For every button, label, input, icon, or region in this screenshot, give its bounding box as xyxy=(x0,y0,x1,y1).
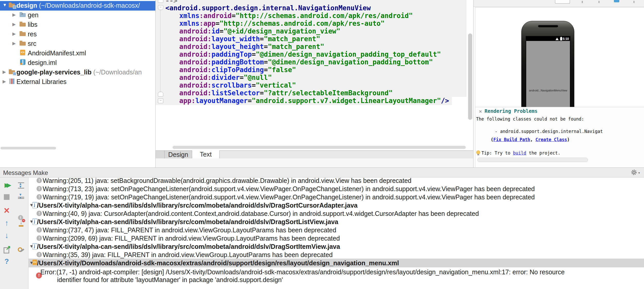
create-class-link[interactable]: Create Class xyxy=(535,137,567,142)
preview-config-dropdown[interactable] xyxy=(555,0,570,4)
phone-body: 5:10 android...NavigationMenuView xyxy=(521,21,574,114)
close-icon[interactable]: × xyxy=(479,108,482,114)
code-line[interactable]: android:layout_height="match_parent" xyxy=(165,43,324,50)
code-token-eq: = xyxy=(264,58,268,66)
chevron-collapsed-icon[interactable]: ▶ xyxy=(3,69,6,75)
warning-row[interactable]: !Warning:(719, 19) java: setOnPageChange… xyxy=(28,193,644,201)
tab-text[interactable]: Text xyxy=(192,150,220,158)
toolbar-icon[interactable] xyxy=(582,1,583,3)
export-icon[interactable] xyxy=(3,246,10,253)
chevron-collapsed-icon[interactable]: ▶ xyxy=(12,22,16,27)
project-tree-hscrollbar[interactable] xyxy=(1,147,56,149)
warning-row[interactable]: !Warning:(40, 9) java: CursorAdapter(and… xyxy=(28,209,644,217)
warning-row[interactable]: !Warning:(205, 11) java: setBackgroundDr… xyxy=(28,177,644,184)
toolbar-icon-blue[interactable] xyxy=(614,0,619,2)
preview-pane: 5:10 android...NavigationMenuView × Rend… xyxy=(473,0,644,167)
tree-item-path: (~/Downloads/an xyxy=(92,69,142,76)
autoscroll-to-source-icon[interactable]: ↓ xyxy=(17,220,25,227)
fold-marker-icon[interactable]: − xyxy=(158,98,163,103)
fold-marker-icon[interactable]: − xyxy=(158,0,163,3)
file-row[interactable]: ▼/Users/X-tivity/alpha-can-send/libs/dsl… xyxy=(28,217,644,226)
tab-design[interactable]: Design xyxy=(165,151,192,158)
error-row[interactable]: !Error:(17, -1) android-apt-compiler: [d… xyxy=(28,268,644,284)
chevron-collapsed-icon[interactable]: ▶ xyxy=(12,31,16,37)
code-token-val: "?attr/selectableItemBackground" xyxy=(264,89,393,97)
warning-row[interactable]: !Warning:(2099, 69) java: FILL_PARENT in… xyxy=(28,234,644,242)
folder-icon xyxy=(20,40,26,46)
rendered-layout: android...NavigationMenuView xyxy=(526,41,570,114)
battery-icon xyxy=(560,37,562,40)
warning-text: Warning:(2099, 69) java: FILL_PARENT in … xyxy=(43,235,340,242)
tree-item-src[interactable]: ▶src xyxy=(0,39,155,49)
stop-icon[interactable] xyxy=(4,194,10,200)
file-row[interactable]: ▼/Users/X-tivity/alpha-can-send/libs/dsl… xyxy=(28,242,644,250)
rerun-build-icon[interactable]: ▶▶ xyxy=(3,182,10,189)
code-token-ns: app: xyxy=(179,97,195,105)
code-line[interactable]: xmlns:app="http://schemas.android.com/ap… xyxy=(165,20,384,27)
tree-item-design-iml[interactable]: design.iml xyxy=(0,58,155,68)
code-line[interactable]: android:divider="@null" xyxy=(165,74,272,81)
warning-row[interactable]: !Warning:(737, 47) java: FILL_PARENT in … xyxy=(28,226,644,234)
code-token-val: "@+id/design_navigation_view" xyxy=(223,27,340,35)
warning-row[interactable]: !Warning:(713, 23) java: setOnPageChange… xyxy=(28,184,644,193)
code-line[interactable]: android:paddingBottom="@dimen/design_nav… xyxy=(165,58,433,66)
tree-item-libs[interactable]: ▶libs xyxy=(0,20,155,30)
rendering-problems-title: Rendering Problems xyxy=(485,108,538,114)
paren: ) xyxy=(567,137,570,142)
editor-vscrollbar[interactable] xyxy=(468,33,472,120)
build-link[interactable]: build xyxy=(513,150,526,156)
code-line[interactable]: xmlns:android="http://schemas.android.co… xyxy=(165,12,413,20)
project-tree[interactable]: ▼design (~/Downloads/android-sdk-macosx/… xyxy=(0,0,156,167)
code-token-attr: layout_width xyxy=(211,35,260,43)
fix-build-path-link[interactable]: Fix Build Path xyxy=(493,137,530,142)
fold-marker-icon[interactable]: − xyxy=(158,5,163,10)
code-token-eq: = xyxy=(252,50,256,58)
chevron-collapsed-icon[interactable]: ▶ xyxy=(3,79,6,84)
previous-message-icon[interactable]: ↑ xyxy=(3,219,10,227)
collapse-all-icon[interactable]: ▼▲ xyxy=(17,194,25,201)
code-line[interactable]: android:layout_width="match_parent" xyxy=(165,35,320,43)
chevron-collapsed-icon[interactable]: ▶ xyxy=(12,12,16,18)
tree-item-label: External Libraries xyxy=(16,78,67,85)
tree-item-design[interactable]: ▼design (~/Downloads/android-sdk-macosx/ xyxy=(0,1,155,11)
rendering-problems-hscrollbar[interactable] xyxy=(477,158,588,162)
compiler-settings-icon[interactable] xyxy=(17,246,25,254)
warning-icon: ! xyxy=(37,178,42,183)
code-token-val: "@dimen/design_navigation_padding_bottom… xyxy=(268,58,433,66)
tree-item-gen[interactable]: ▶*gen xyxy=(0,11,155,20)
chevron-expanded-icon[interactable]: ▼ xyxy=(3,3,7,8)
tree-item-google-play-services-lib[interactable]: ▶google-play-services_lib (~/Downloads/a… xyxy=(0,68,155,77)
code-line[interactable]: android:paddingTop="@dimen/design_naviga… xyxy=(165,50,441,58)
tree-item-path: (~/Downloads/android-sdk-macosx/ xyxy=(37,2,140,9)
tree-item-res[interactable]: ▶res xyxy=(0,30,155,39)
next-message-icon[interactable]: ↓ xyxy=(3,232,10,239)
gear-icon[interactable]: ▾ xyxy=(631,169,641,176)
help-icon[interactable]: ? xyxy=(3,258,10,265)
code-line[interactable]: <android.support.design.internal.Navigat… xyxy=(165,4,371,12)
tree-item-label: libs xyxy=(28,21,38,28)
tree-item-external-libraries[interactable]: ▶External Libraries xyxy=(0,77,155,87)
messages-toolbar: ▶▶ × ↑ ↓ ? ▲▼ ▼▲ ↓ xyxy=(0,177,29,289)
expand-all-icon[interactable]: ▲▼ xyxy=(17,182,25,189)
close-icon[interactable]: × xyxy=(3,207,10,214)
warning-row[interactable]: !Warning:(35, 39) java: FILL_PARENT in a… xyxy=(28,250,644,259)
toolbar-icon[interactable] xyxy=(598,1,600,3)
code-line[interactable]: android:listSelector="?attr/selectableIt… xyxy=(165,89,393,97)
code-token-val: "@dimen/design_navigation_padding_top_de… xyxy=(256,50,441,58)
editor-hscrollbar[interactable] xyxy=(173,146,466,149)
file-row[interactable]: ▼/Users/X-tivity/Downloads/android-sdk-m… xyxy=(28,259,644,267)
toolbar-icon[interactable] xyxy=(633,1,634,3)
file-path: /Users/X-tivity/alpha-can-send/libs/dslv… xyxy=(37,243,340,250)
code-token-eq: = xyxy=(248,97,252,105)
code-line[interactable]: android:id="@+id/design_navigation_view" xyxy=(165,27,340,35)
code-token-ns: android: xyxy=(179,74,211,81)
chevron-collapsed-icon[interactable]: ▶ xyxy=(12,41,16,46)
file-row[interactable]: ▼/Users/X-tivity/alpha-can-send/libs/dsl… xyxy=(28,201,644,209)
messages-list[interactable]: !Warning:(205, 11) java: setBackgroundDr… xyxy=(28,177,644,289)
code-line[interactable]: android:scrollbars="vertical" xyxy=(165,81,296,89)
tree-item-androidmanifest-xml[interactable]: AndroidManifest.xml xyxy=(0,49,155,58)
code-line[interactable]: app:layoutManager="android.support.v7.wi… xyxy=(165,97,449,105)
code-token-eq: = xyxy=(220,27,224,35)
fold-marker-icon[interactable] xyxy=(158,92,163,97)
code-line[interactable]: android:clipToPadding="false" xyxy=(165,66,296,74)
